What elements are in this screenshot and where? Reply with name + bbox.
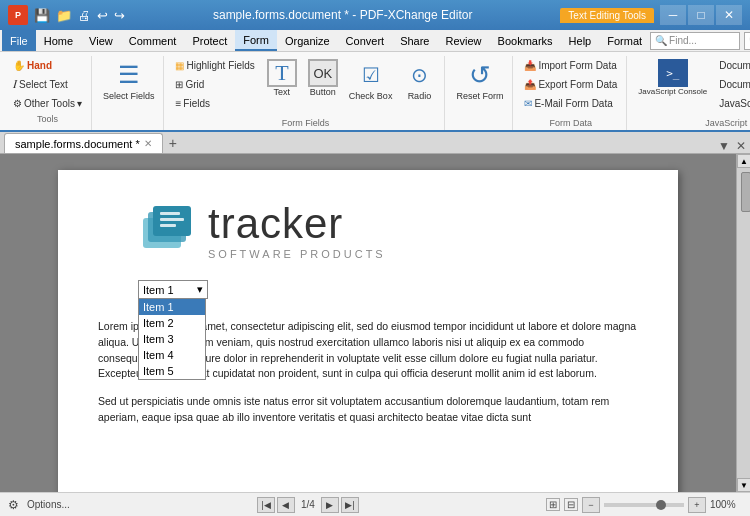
page-navigation: |◀ ◀ 1/4 ▶ ▶| bbox=[257, 497, 359, 513]
undo-icon[interactable]: ↩ bbox=[97, 8, 108, 23]
menu-share[interactable]: Share bbox=[392, 30, 437, 51]
email-icon: ✉ bbox=[524, 98, 532, 109]
form-fields-label: Form Fields bbox=[170, 116, 440, 128]
tab-close-all-icon[interactable]: ✕ bbox=[736, 139, 746, 153]
menu-bookmarks[interactable]: Bookmarks bbox=[490, 30, 561, 51]
import-form-data-button[interactable]: 📥 Import Form Data bbox=[519, 56, 621, 74]
select-text-button[interactable]: 𝐼 Select Text bbox=[8, 75, 87, 93]
options-button[interactable]: Options... bbox=[27, 499, 70, 510]
dropdown-item-1[interactable]: Item 1 bbox=[139, 299, 205, 315]
button-field-button[interactable]: OK Button bbox=[303, 56, 343, 112]
menu-organize[interactable]: Organize bbox=[277, 30, 338, 51]
fit-width-icon[interactable]: ⊟ bbox=[564, 498, 578, 511]
tracker-logo-svg bbox=[138, 200, 208, 260]
export-form-data-button[interactable]: 📤 Export Form Data bbox=[519, 75, 622, 93]
javascript-options-button[interactable]: JavaScript Options bbox=[714, 94, 750, 112]
hand-icon: ✋ bbox=[13, 60, 25, 71]
tab-collapse-icon[interactable]: ▼ bbox=[718, 139, 730, 153]
ribbon: ✋ Hand 𝐼 Select Text ⚙ Other Tools ▾ Too… bbox=[0, 52, 750, 132]
dropdown-list: Item 1 Item 2 Item 3 Item 4 Item 5 bbox=[138, 299, 206, 380]
scroll-up-button[interactable]: ▲ bbox=[737, 154, 750, 168]
radio-field-button[interactable]: ⊙ Radio bbox=[398, 56, 440, 112]
dropdown-item-3[interactable]: Item 3 bbox=[139, 331, 205, 347]
scroll-thumb[interactable] bbox=[741, 172, 750, 212]
next-page-button[interactable]: ▶ bbox=[321, 497, 339, 513]
menu-help[interactable]: Help bbox=[561, 30, 600, 51]
minimize-button[interactable]: ─ bbox=[660, 5, 686, 25]
select-fields-button[interactable]: ☰ Select Fields bbox=[98, 56, 160, 108]
dropdown-item-2[interactable]: Item 2 bbox=[139, 315, 205, 331]
js-console-button[interactable]: >_ JavaScript Console bbox=[633, 56, 712, 108]
cursor-icon: 𝐼 bbox=[13, 77, 17, 91]
context-label: Text Editing Tools bbox=[560, 8, 654, 23]
logo-tracker-text: tracker bbox=[208, 200, 386, 248]
zoom-level: 100% bbox=[710, 499, 742, 510]
fit-page-icon[interactable]: ⊞ bbox=[546, 498, 560, 511]
menu-format[interactable]: Format bbox=[599, 30, 650, 51]
dropdown-item-5[interactable]: Item 5 bbox=[139, 363, 205, 379]
document-actions-button[interactable]: Document Actions bbox=[714, 75, 750, 93]
highlight-fields-button[interactable]: ▦ Highlight Fields bbox=[170, 56, 259, 74]
search-toolbar-input[interactable]: 🔍 Search... bbox=[744, 32, 750, 50]
menu-review[interactable]: Review bbox=[437, 30, 489, 51]
menu-file[interactable]: File bbox=[2, 30, 36, 51]
email-form-data-button[interactable]: ✉ E-Mail Form Data bbox=[519, 94, 617, 112]
reset-form-label bbox=[451, 126, 508, 128]
dropdown-selected-value: Item 1 bbox=[143, 284, 174, 296]
zoom-out-button[interactable]: − bbox=[582, 497, 600, 513]
menu-convert[interactable]: Convert bbox=[338, 30, 393, 51]
menu-view[interactable]: View bbox=[81, 30, 121, 51]
tab-close-icon[interactable]: ✕ bbox=[144, 138, 152, 149]
zoom-slider[interactable] bbox=[604, 503, 684, 507]
menu-bar: File Home View Comment Protect Form Orga… bbox=[0, 30, 750, 52]
title-bar: P 💾 📁 🖨 ↩ ↪ sample.forms.document * - PD… bbox=[0, 0, 750, 30]
print-icon[interactable]: 🖨 bbox=[78, 8, 91, 23]
page-counter: 1/4 bbox=[297, 499, 319, 510]
tab-document[interactable]: sample.forms.document * ✕ bbox=[4, 133, 163, 153]
prev-page-button[interactable]: ◀ bbox=[277, 497, 295, 513]
dropdown-header[interactable]: Item 1 ▾ bbox=[138, 280, 208, 299]
logo-area: tracker SOFTWARE PRODUCTS bbox=[138, 200, 638, 260]
hand-tool-button[interactable]: ✋ Hand bbox=[8, 56, 87, 74]
last-page-button[interactable]: ▶| bbox=[341, 497, 359, 513]
open-icon[interactable]: 📁 bbox=[56, 8, 72, 23]
close-button[interactable]: ✕ bbox=[716, 5, 742, 25]
zoom-in-button[interactable]: + bbox=[688, 497, 706, 513]
document-area: tracker SOFTWARE PRODUCTS Item 1 ▾ Item … bbox=[0, 154, 750, 492]
scroll-down-button[interactable]: ▼ bbox=[737, 478, 750, 492]
js-console-icon: >_ bbox=[658, 59, 688, 87]
page-text-2: Sed ut perspiciatis unde omnis iste natu… bbox=[98, 394, 638, 426]
dropdown-arrow-icon: ▾ bbox=[77, 98, 82, 109]
menu-home[interactable]: Home bbox=[36, 30, 81, 51]
status-bar: ⚙ Options... |◀ ◀ 1/4 ▶ ▶| ⊞ ⊟ − + 100% bbox=[0, 492, 750, 516]
svg-rect-3 bbox=[160, 212, 180, 215]
redo-icon[interactable]: ↪ bbox=[114, 8, 125, 23]
reset-form-button[interactable]: ↺ Reset Form bbox=[451, 56, 508, 108]
form-fields-group: ▦ Highlight Fields ⊞ Grid ≡ Fields T Tex… bbox=[166, 56, 445, 130]
logo-text-area: tracker SOFTWARE PRODUCTS bbox=[208, 200, 386, 260]
new-tab-button[interactable]: + bbox=[163, 133, 183, 153]
text-field-icon: T bbox=[267, 59, 297, 87]
menu-comment[interactable]: Comment bbox=[121, 30, 185, 51]
menu-form[interactable]: Form bbox=[235, 30, 277, 51]
save-icon[interactable]: 💾 bbox=[34, 8, 50, 23]
first-page-button[interactable]: |◀ bbox=[257, 497, 275, 513]
dropdown-arrow-icon: ▾ bbox=[197, 283, 203, 296]
dropdown-item-4[interactable]: Item 4 bbox=[139, 347, 205, 363]
find-toolbar-input[interactable]: 🔍 Find... bbox=[650, 32, 740, 50]
grid-button[interactable]: ⊞ Grid bbox=[170, 75, 259, 93]
fields-button[interactable]: ≡ Fields bbox=[170, 94, 259, 112]
options-gear-icon: ⚙ bbox=[8, 498, 19, 512]
menu-protect[interactable]: Protect bbox=[184, 30, 235, 51]
window-title: sample.forms.document * - PDF-XChange Ed… bbox=[125, 8, 560, 22]
maximize-button[interactable]: □ bbox=[688, 5, 714, 25]
other-tools-button[interactable]: ⚙ Other Tools ▾ bbox=[8, 94, 87, 112]
button-field-icon: OK bbox=[308, 59, 338, 87]
scrollbar-vertical: ▲ ▼ bbox=[736, 154, 750, 492]
document-javascript-button[interactable]: Document JavaScript bbox=[714, 56, 750, 74]
form-data-group: 📥 Import Form Data 📤 Export Form Data ✉ … bbox=[515, 56, 627, 130]
checkbox-field-button[interactable]: ☑ Check Box bbox=[344, 56, 398, 112]
text-field-button[interactable]: T Text bbox=[262, 56, 302, 112]
export-icon: 📤 bbox=[524, 79, 536, 90]
page: tracker SOFTWARE PRODUCTS Item 1 ▾ Item … bbox=[58, 170, 678, 492]
